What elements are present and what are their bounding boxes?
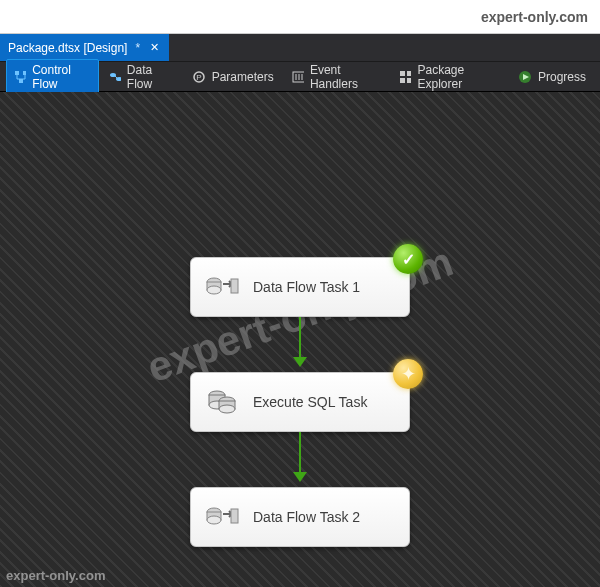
ssis-designer-window: expert-only.com Package.dtsx [Design] * … bbox=[0, 0, 600, 587]
svg-rect-9 bbox=[407, 71, 411, 76]
status-running-icon bbox=[393, 359, 423, 389]
svg-point-15 bbox=[207, 286, 221, 294]
event-handlers-icon bbox=[292, 70, 304, 84]
svg-rect-8 bbox=[400, 71, 405, 76]
precedence-constraint-1[interactable] bbox=[293, 317, 307, 367]
document-tabstrip: Package.dtsx [Design] * ✕ bbox=[0, 34, 600, 62]
toolbar-label: Control Flow bbox=[32, 63, 91, 91]
close-tab-button[interactable]: ✕ bbox=[148, 41, 161, 54]
execute-sql-icon bbox=[205, 387, 239, 417]
document-tab-label: Package.dtsx [Design] bbox=[8, 41, 127, 55]
tab-control-flow[interactable]: Control Flow bbox=[6, 59, 99, 95]
tab-progress[interactable]: Progress bbox=[510, 66, 594, 88]
control-flow-icon bbox=[14, 70, 26, 84]
toolbar-label: Data Flow bbox=[127, 63, 174, 91]
toolbar-label: Package Explorer bbox=[417, 63, 500, 91]
svg-rect-1 bbox=[23, 71, 26, 75]
data-flow-icon bbox=[109, 70, 121, 84]
package-explorer-icon bbox=[399, 70, 411, 84]
svg-rect-16 bbox=[231, 279, 238, 293]
data-flow-task-icon bbox=[205, 272, 239, 302]
svg-rect-2 bbox=[19, 79, 23, 83]
task-label: Data Flow Task 1 bbox=[253, 279, 360, 295]
svg-rect-10 bbox=[400, 78, 405, 83]
watermark-corner-text: expert-only.com bbox=[6, 568, 105, 583]
task-label: Data Flow Task 2 bbox=[253, 509, 360, 525]
design-canvas[interactable]: expert-only.com expert-only.com Data Flo… bbox=[0, 92, 600, 587]
task-execute-sql[interactable]: Execute SQL Task bbox=[190, 372, 410, 432]
svg-rect-0 bbox=[15, 71, 19, 75]
document-tab-package[interactable]: Package.dtsx [Design] * ✕ bbox=[0, 34, 169, 61]
precedence-constraint-2[interactable] bbox=[293, 432, 307, 482]
task-data-flow-2[interactable]: Data Flow Task 2 bbox=[190, 487, 410, 547]
site-name: expert-only.com bbox=[481, 9, 588, 25]
tab-package-explorer[interactable]: Package Explorer bbox=[391, 59, 508, 95]
svg-point-22 bbox=[219, 405, 235, 413]
toolbar-label: Progress bbox=[538, 70, 586, 84]
svg-point-25 bbox=[207, 516, 221, 524]
svg-rect-26 bbox=[231, 509, 238, 523]
parameters-icon: P bbox=[192, 70, 206, 84]
modified-indicator-icon: * bbox=[135, 41, 140, 55]
progress-play-icon bbox=[518, 70, 532, 84]
task-label: Execute SQL Task bbox=[253, 394, 367, 410]
status-success-icon bbox=[393, 244, 423, 274]
svg-text:P: P bbox=[196, 73, 201, 82]
site-header: expert-only.com bbox=[0, 0, 600, 34]
designer-toolbar: Control Flow Data Flow P Parameters Even… bbox=[0, 62, 600, 92]
tab-parameters[interactable]: P Parameters bbox=[184, 66, 282, 88]
toolbar-label: Event Handlers bbox=[310, 63, 381, 91]
tab-event-handlers[interactable]: Event Handlers bbox=[284, 59, 390, 95]
task-data-flow-1[interactable]: Data Flow Task 1 bbox=[190, 257, 410, 317]
tab-data-flow[interactable]: Data Flow bbox=[101, 59, 182, 95]
svg-rect-11 bbox=[407, 78, 411, 83]
toolbar-label: Parameters bbox=[212, 70, 274, 84]
data-flow-task-icon bbox=[205, 502, 239, 532]
